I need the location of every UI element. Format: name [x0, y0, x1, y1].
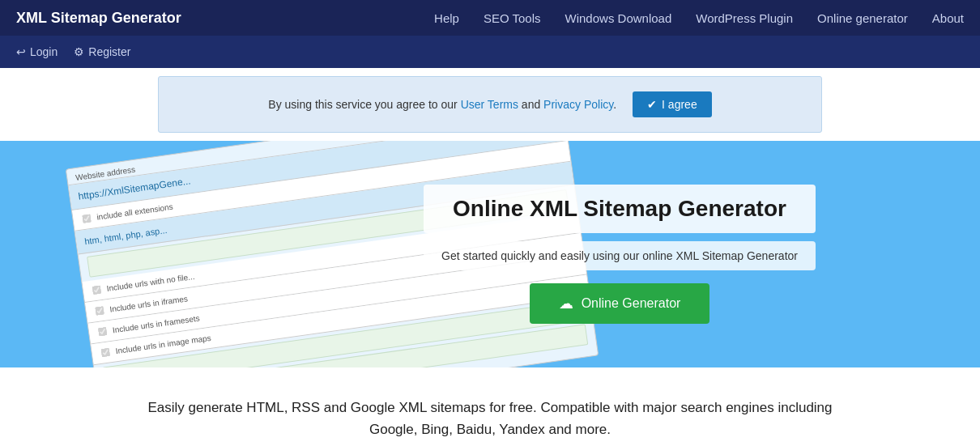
checkbox5-input — [100, 348, 110, 358]
user-terms-link[interactable]: User Terms — [461, 98, 518, 111]
cookie-and: and — [518, 98, 543, 111]
login-icon: ↩ — [16, 45, 26, 58]
nav-help[interactable]: Help — [434, 11, 459, 25]
cloud-icon: ☁ — [559, 295, 573, 312]
privacy-policy-link[interactable]: Privacy Policy — [543, 98, 613, 111]
hero-subtitle-box: Get started quickly and easily using our… — [424, 241, 816, 270]
nav-online-generator[interactable]: Online generator — [817, 11, 908, 25]
hero-section: Website address https://XmlSitemapGene..… — [0, 141, 980, 367]
checkbox3-input — [95, 306, 104, 316]
checkbox2-input — [92, 285, 102, 295]
register-icon: ⚙ — [74, 45, 84, 58]
top-nav: XML Sitemap Generator Help SEO Tools Win… — [0, 0, 980, 36]
nav-wordpress-plugin[interactable]: WordPress Plugin — [696, 11, 793, 25]
cookie-text: By using this service you agree to our U… — [268, 98, 616, 111]
cookie-banner: By using this service you agree to our U… — [158, 76, 822, 133]
hero-title-box: Online XML Sitemap Generator — [424, 185, 816, 233]
hero-subtitle: Get started quickly and easily using our… — [441, 249, 798, 262]
hero-btn-label: Online Generator — [582, 296, 681, 311]
sec-nav: ↩ Login ⚙ Register — [0, 36, 980, 68]
nav-links: Help SEO Tools Windows Download WordPres… — [434, 11, 964, 25]
hero-title: Online XML Sitemap Generator — [446, 196, 793, 222]
description-text: Easily generate HTML, RSS and Google XML… — [142, 397, 838, 440]
brand-title: XML Sitemap Generator — [16, 10, 181, 27]
hero-content: Online XML Sitemap Generator Get started… — [424, 185, 816, 324]
nav-windows-download[interactable]: Windows Download — [565, 11, 672, 25]
agree-button[interactable]: ✔ I agree — [633, 91, 712, 117]
checkbox4-input — [98, 327, 108, 337]
nav-seo-tools[interactable]: SEO Tools — [484, 11, 541, 25]
description-section: Easily generate HTML, RSS and Google XML… — [126, 367, 854, 446]
register-link[interactable]: ⚙ Register — [74, 45, 130, 58]
register-label: Register — [88, 45, 130, 58]
login-link[interactable]: ↩ Login — [16, 45, 58, 58]
cookie-text-before: By using this service you agree to our — [268, 98, 460, 111]
nav-about[interactable]: About — [932, 11, 964, 25]
checkbox1-input — [82, 214, 92, 223]
agree-icon: ✔ — [647, 98, 657, 111]
agree-label: I agree — [662, 98, 697, 111]
cookie-text-after: . — [613, 98, 616, 111]
online-generator-button[interactable]: ☁ Online Generator — [530, 283, 710, 324]
login-label: Login — [30, 45, 58, 58]
